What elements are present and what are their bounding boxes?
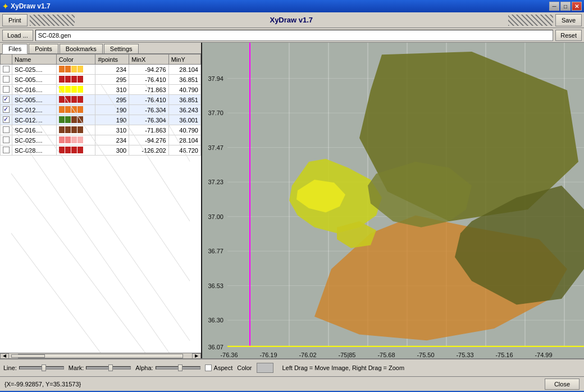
- table-row: SC-028....300-126.20246.720: [1, 145, 201, 156]
- col-check: [1, 54, 12, 65]
- app-icon: ✦: [2, 2, 8, 11]
- row-miny: 28.104: [168, 65, 200, 75]
- row-checkbox[interactable]: [3, 116, 10, 123]
- scroll-thumb[interactable]: [11, 354, 45, 358]
- tab-settings[interactable]: Settings: [104, 44, 139, 53]
- row-points: 295: [95, 75, 129, 85]
- alpha-slider[interactable]: [156, 366, 200, 370]
- color-button[interactable]: [257, 363, 273, 373]
- app-title: XyDraw v1.7: [77, 16, 506, 24]
- svg-text:-75.50: -75.50: [417, 352, 434, 358]
- line-label: Line:: [3, 364, 17, 371]
- row-color-swatch: [59, 136, 83, 143]
- row-minx: -94.276: [129, 135, 168, 145]
- svg-text:37.70: 37.70: [208, 110, 223, 116]
- row-name: SC-005....: [12, 95, 57, 105]
- row-checkbox[interactable]: [3, 66, 10, 72]
- svg-line-3: [11, 233, 123, 353]
- row-minx: -71.863: [129, 125, 168, 135]
- row-checkbox[interactable]: [3, 86, 10, 93]
- row-minx: -94.276: [129, 65, 168, 75]
- load-button[interactable]: Load ...: [2, 30, 33, 41]
- print-button[interactable]: Print: [2, 14, 28, 26]
- row-name: SC-005....: [12, 75, 57, 85]
- svg-text:36.30: 36.30: [208, 317, 223, 323]
- row-color-swatch: [59, 66, 83, 72]
- svg-text:36.53: 36.53: [208, 282, 223, 289]
- save-button[interactable]: Save: [555, 14, 582, 26]
- maximize-button[interactable]: □: [560, 2, 571, 11]
- aspect-checkbox[interactable]: [205, 364, 212, 371]
- svg-text:36.77: 36.77: [208, 248, 223, 254]
- row-miny: 40.790: [168, 125, 200, 135]
- row-minx: -76.304: [129, 105, 168, 115]
- svg-text:37.23: 37.23: [208, 179, 223, 185]
- scroll-right[interactable]: ▶: [192, 353, 201, 359]
- minimize-button[interactable]: ─: [549, 2, 559, 11]
- row-color-swatch: [59, 86, 83, 93]
- line-slider-group: Line:: [3, 364, 64, 371]
- row-points: 234: [95, 135, 129, 145]
- row-checkbox[interactable]: [3, 147, 10, 153]
- svg-text:-75.33: -75.33: [456, 352, 473, 358]
- row-points: 310: [95, 85, 129, 95]
- svg-text:-76.02: -76.02: [299, 352, 316, 358]
- row-checkbox[interactable]: [3, 106, 10, 113]
- row-points: 310: [95, 125, 129, 135]
- chart-area[interactable]: 37.94 37.70 37.47 37.23 37.00 36.77 36.5…: [202, 43, 584, 358]
- close-button[interactable]: Close: [545, 379, 580, 390]
- col-points: #points: [95, 54, 129, 65]
- horizontal-scrollbar[interactable]: ◀ ▶: [0, 353, 201, 358]
- aspect-group: Aspect: [205, 364, 233, 371]
- row-checkbox[interactable]: [3, 76, 10, 83]
- col-miny: MinY: [168, 54, 200, 65]
- table-row: SC-012....190-76.30436.243: [1, 105, 201, 115]
- row-checkbox[interactable]: [3, 126, 10, 133]
- alpha-slider-group: Alpha:: [135, 364, 200, 371]
- window-close-button[interactable]: ✕: [572, 2, 582, 11]
- row-name: SC-012....: [12, 115, 57, 125]
- mark-slider-thumb[interactable]: [108, 364, 113, 371]
- color-label: Color: [237, 364, 252, 371]
- hint-text: Left Drag = Move Image, Right Drag = Zoo…: [282, 364, 405, 371]
- row-minx: -76.304: [129, 115, 168, 125]
- col-name: Name: [12, 54, 57, 65]
- row-miny: 40.790: [168, 85, 200, 95]
- alpha-slider-thumb[interactable]: [178, 364, 182, 371]
- tab-files[interactable]: Files: [2, 44, 28, 54]
- filepath-bar: Load ... Reset: [0, 28, 584, 43]
- svg-line-1: [11, 126, 190, 353]
- row-checkbox[interactable]: [3, 136, 10, 143]
- row-name: SC-025....: [12, 135, 57, 145]
- svg-line-2: [11, 174, 167, 353]
- line-slider-thumb[interactable]: [42, 364, 46, 371]
- chart-svg: 37.94 37.70 37.47 37.23 37.00 36.77 36.5…: [202, 43, 584, 358]
- row-miny: 36.243: [168, 105, 200, 115]
- file-table: Name Color #points MinX MinY SC-025....2…: [0, 54, 201, 156]
- mark-slider[interactable]: [86, 366, 131, 370]
- row-name: SC-028....: [12, 145, 57, 156]
- row-name: SC-025....: [12, 65, 57, 75]
- svg-text:37.47: 37.47: [208, 144, 223, 151]
- line-slider[interactable]: [19, 366, 64, 370]
- filepath-input[interactable]: [35, 30, 554, 41]
- tab-bookmarks[interactable]: Bookmarks: [60, 44, 103, 53]
- left-panel: Files Points Bookmarks Settings: [0, 43, 202, 358]
- tab-points[interactable]: Points: [29, 44, 58, 53]
- table-row: SC-025....234-94.27628.104: [1, 135, 201, 145]
- main-content: Files Points Bookmarks Settings: [0, 43, 584, 358]
- row-minx: -76.410: [129, 75, 168, 85]
- scroll-left[interactable]: ◀: [0, 353, 9, 359]
- row-name: SC-016....: [12, 125, 57, 135]
- col-color: Color: [56, 54, 95, 65]
- row-color-swatch: [59, 116, 83, 123]
- aspect-label: Aspect: [214, 364, 233, 371]
- row-color-swatch: [59, 147, 83, 153]
- scroll-track[interactable]: [18, 354, 183, 358]
- reset-button[interactable]: Reset: [555, 30, 582, 41]
- row-name: SC-016....: [12, 85, 57, 95]
- svg-text:36.07: 36.07: [208, 344, 223, 350]
- row-checkbox[interactable]: [3, 96, 10, 103]
- svg-text:-76.36: -76.36: [220, 352, 238, 358]
- file-table-container: Name Color #points MinX MinY SC-025....2…: [0, 54, 201, 353]
